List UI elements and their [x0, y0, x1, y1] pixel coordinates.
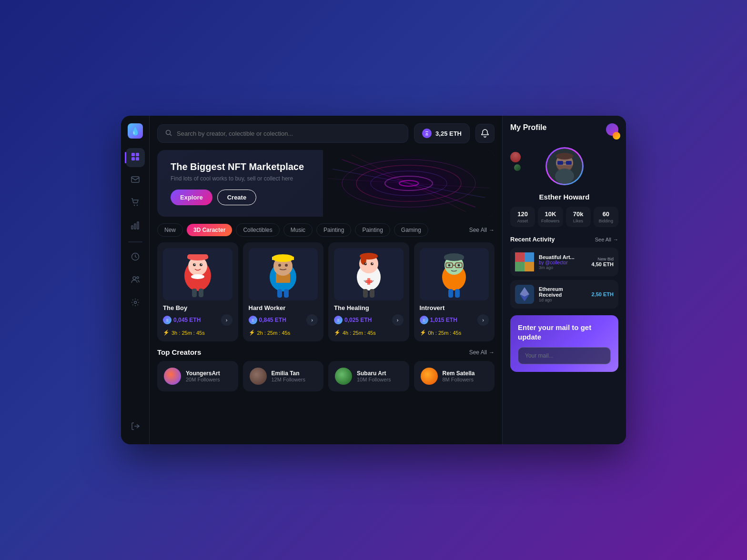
activity-bid-2: 2,50 ETH: [592, 291, 614, 297]
activity-see-all-button[interactable]: See All →: [595, 237, 618, 242]
svg-point-28: [201, 264, 202, 265]
svg-point-29: [191, 274, 204, 279]
explore-button[interactable]: Explore: [171, 190, 212, 205]
activity-thumb-2: [515, 285, 534, 304]
profile-stats: 120 Asset 10K Followers 70k Likes 60 Bid…: [510, 207, 618, 227]
sidebar-item-users[interactable]: [126, 271, 145, 290]
sidebar-item-chart[interactable]: [126, 217, 145, 236]
search-input[interactable]: [177, 130, 400, 137]
svg-rect-7: [131, 226, 133, 229]
svg-point-60: [448, 264, 451, 266]
nft-timer-1: ⚡ 3h : 25m : 45s: [163, 330, 205, 336]
profile-name: Esther Howard: [539, 193, 590, 201]
chart-icon: [131, 221, 140, 232]
search-bar[interactable]: [157, 124, 408, 143]
newsletter-section: Enter your mail to get update: [510, 315, 618, 372]
create-button[interactable]: Create: [217, 190, 256, 205]
svg-rect-36: [272, 257, 294, 260]
activity-title: Recent Activity: [510, 236, 555, 243]
sidebar-item-messages[interactable]: [126, 171, 145, 190]
sidebar-item-logout[interactable]: [126, 418, 145, 437]
filter-tab-painting2[interactable]: Painting: [355, 223, 390, 237]
nft-card-1[interactable]: The Boy Ξ 0,045 ETH › ⚡ 3h : 25m : 45s: [157, 242, 238, 341]
svg-point-38: [285, 264, 288, 267]
newsletter-title: Enter your mail to get update: [518, 323, 611, 341]
creators-see-all-button[interactable]: See All →: [469, 349, 495, 356]
svg-point-45: [364, 262, 367, 265]
svg-point-47: [365, 263, 366, 264]
svg-rect-56: [444, 255, 464, 260]
nft-title-4: Introvert: [420, 304, 445, 311]
nft-card-3[interactable]: The Healing Ξ 0,025 ETH › ⚡ 4h : 25m : 4…: [328, 242, 409, 341]
filter-tab-gaming[interactable]: Gaming: [394, 223, 428, 237]
sidebar-item-settings[interactable]: [126, 294, 145, 313]
svg-rect-73: [525, 252, 534, 262]
activity-info-2: Ethereum Received 1d ago: [539, 286, 587, 302]
nft-price-3: Ξ 0,025 ETH ›: [334, 314, 404, 326]
logout-icon: [131, 422, 140, 433]
nft-price-4: Ξ 1,015 ETH ›: [420, 314, 489, 326]
profile-avatar: [545, 147, 584, 185]
svg-rect-66: [557, 161, 563, 165]
nft-see-all-button[interactable]: See All →: [469, 227, 495, 233]
svg-point-69: [556, 153, 573, 160]
svg-point-25: [193, 263, 196, 266]
hero-text: The Biggest NFT Marketplace Find lots of…: [171, 161, 304, 205]
sidebar: 💧: [121, 116, 150, 444]
nft-arrow-btn-1[interactable]: ›: [221, 314, 232, 326]
creator-followers-3: 10M Followers: [357, 377, 391, 382]
nft-grid: The Boy Ξ 0,045 ETH › ⚡ 3h : 25m : 45s: [157, 242, 495, 341]
hero-visual: [323, 150, 495, 217]
dashboard-icon: [131, 152, 140, 163]
newsletter-email-input[interactable]: [518, 347, 611, 364]
nft-arrow-btn-3[interactable]: ›: [392, 314, 404, 326]
stat-followers: 10K Followers: [538, 207, 563, 227]
filter-tab-collectibles[interactable]: Collectibles: [236, 223, 279, 237]
nft-arrow-btn-2[interactable]: ›: [306, 314, 318, 326]
filter-tab-music[interactable]: Music: [283, 223, 313, 237]
filter-tab-3d[interactable]: 3D Caracter: [187, 224, 232, 236]
activity-item-1[interactable]: Beuatiful Art... by @collector 3m ago Ne…: [510, 248, 618, 276]
creator-card-1[interactable]: YoungersArt 20M Followers: [157, 361, 238, 391]
svg-point-27: [194, 264, 195, 265]
filter-tab-painting[interactable]: Painting: [316, 223, 351, 237]
sidebar-item-clock[interactable]: [126, 248, 145, 267]
sidebar-item-dashboard[interactable]: [126, 148, 145, 167]
eth-dot-1: Ξ: [163, 316, 172, 324]
creator-card-3[interactable]: Subaru Art 10M Followers: [328, 361, 409, 391]
svg-point-14: [166, 130, 171, 134]
nft-timer-3: ⚡ 4h : 25m : 45s: [334, 330, 376, 336]
svg-point-61: [458, 264, 460, 266]
nft-image-2: [249, 248, 318, 300]
creator-card-4[interactable]: Rem Satella 8M Followers: [414, 361, 495, 391]
nft-price-val-1: 0,045 ETH: [173, 317, 201, 323]
nft-card-4[interactable]: Introvert Ξ 1,015 ETH › ⚡ 0h : 25m : 45s: [414, 242, 495, 341]
nft-card-2[interactable]: Hard Worker Ξ 0,845 ETH › ⚡ 2h : 25m : 4…: [243, 242, 324, 341]
svg-rect-1: [136, 153, 139, 156]
sidebar-item-cart[interactable]: [126, 194, 145, 213]
svg-rect-52: [370, 289, 374, 298]
notification-button[interactable]: [475, 124, 495, 143]
creator-card-2[interactable]: Emilia Tan 12M Followers: [243, 361, 324, 391]
svg-point-13: [134, 301, 136, 303]
svg-rect-9: [137, 222, 139, 229]
profile-section: My Profile: [510, 123, 618, 229]
nft-title-2: Hard Worker: [249, 304, 286, 311]
hero-banner: The Biggest NFT Marketplace Find lots of…: [157, 150, 495, 217]
filter-tab-new[interactable]: New: [157, 223, 183, 237]
svg-point-6: [136, 204, 137, 205]
creator-followers-2: 12M Followers: [272, 377, 306, 382]
svg-rect-4: [131, 177, 139, 182]
nft-title-1: The Boy: [163, 304, 187, 311]
nft-arrow-btn-4[interactable]: ›: [477, 314, 489, 326]
message-icon: [131, 175, 140, 186]
activity-item-2[interactable]: Ethereum Received 1d ago 2,50 ETH: [510, 280, 618, 309]
hero-subtitle: Find lots of cool works to buy, sell or …: [171, 175, 304, 182]
svg-point-11: [133, 277, 136, 280]
svg-rect-0: [131, 153, 135, 156]
svg-rect-75: [525, 262, 534, 271]
hero-title: The Biggest NFT Marketplace: [171, 161, 304, 172]
svg-rect-51: [363, 289, 368, 298]
creators-section: Top Creators See All → YoungersArt 20M F…: [157, 348, 495, 391]
app-logo: 💧: [128, 123, 143, 139]
